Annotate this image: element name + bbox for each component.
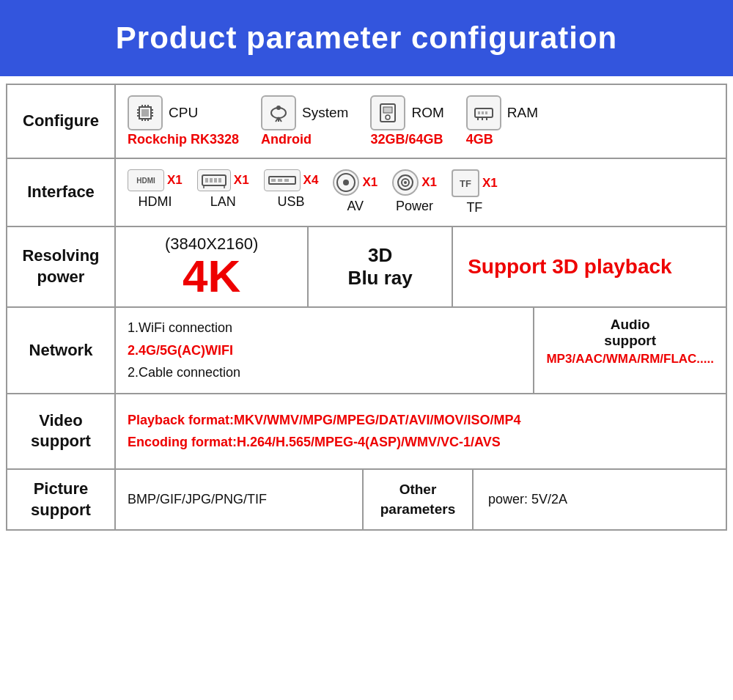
svg-rect-30 xyxy=(205,178,208,183)
svg-point-44 xyxy=(404,181,407,184)
svg-point-15 xyxy=(276,106,281,110)
resolving-4k-cell: (3840X2160) 4K xyxy=(116,227,309,306)
svg-rect-20 xyxy=(383,107,392,113)
svg-point-41 xyxy=(343,180,349,185)
wifi-line1: 1.WiFi connection xyxy=(128,320,232,335)
resolving-label: Resolving power xyxy=(7,227,116,306)
svg-rect-25 xyxy=(485,111,487,114)
encoding-value: H.264/H.565/MPEG-4(ASP)/WMV/VC-1/AVS xyxy=(237,435,501,449)
other-params-label: Other parameters xyxy=(364,470,474,529)
spec-table: Configure xyxy=(6,84,727,531)
av-count: X1 xyxy=(362,175,377,190)
rom-value: 32GB/64GB xyxy=(370,132,443,147)
lan-count: X1 xyxy=(234,173,249,188)
hdmi-count: X1 xyxy=(167,173,183,188)
cpu-value: Rockchip RK3328 xyxy=(128,132,239,147)
svg-rect-24 xyxy=(482,111,484,114)
4k-text: 4K xyxy=(183,254,240,299)
config-ram: RAM 4GB xyxy=(466,95,538,147)
usb-count: X4 xyxy=(303,173,319,188)
av-icon xyxy=(333,169,359,196)
configure-row: Configure xyxy=(7,85,726,159)
configure-content: CPU Rockchip RK3328 xyxy=(116,85,726,158)
svg-rect-32 xyxy=(214,178,217,183)
tf-icon: TF xyxy=(452,169,479,197)
system-label: System xyxy=(302,105,348,121)
picture-row: Picture support BMP/GIF/JPG/PNG/TIF Othe… xyxy=(7,470,726,529)
resolving-bluray-cell: 3D Blu ray xyxy=(309,227,453,306)
config-cpu: CPU Rockchip RK3328 xyxy=(128,95,239,147)
iface-tf: TF X1 TF xyxy=(452,169,498,215)
ram-icon xyxy=(466,95,501,130)
rom-icon xyxy=(370,95,405,130)
ram-value: 4GB xyxy=(466,132,493,147)
support-3d-text: Support 3D playback xyxy=(453,227,726,306)
interface-row: Interface HDMI X1 HDMI xyxy=(7,159,726,227)
tf-label: TF xyxy=(466,200,482,215)
playback-prefix: Playback format: xyxy=(128,413,234,427)
network-left: 1.WiFi connection 2.4G/5G(AC)WIFI 2.Cabl… xyxy=(116,308,534,393)
iface-usb: X4 USB xyxy=(264,169,319,210)
iface-av: X1 AV xyxy=(333,169,377,214)
cpu-icon xyxy=(128,95,163,130)
picture-label: Picture support xyxy=(7,470,116,529)
usb-icon xyxy=(264,169,301,191)
hdmi-label: HDMI xyxy=(138,194,172,210)
power-count: X1 xyxy=(421,175,437,190)
svg-rect-23 xyxy=(478,111,480,114)
lan-icon xyxy=(197,169,231,191)
encoding-line: Encoding format:H.264/H.565/MPEG-4(ASP)/… xyxy=(128,431,714,454)
audio-value: MP3/AAC/WMA/RM/FLAC..... xyxy=(546,352,714,366)
cpu-label: CPU xyxy=(169,105,198,121)
playback-value: MKV/WMV/MPG/MPEG/DAT/AVI/MOV/ISO/MP4 xyxy=(234,413,520,427)
network-row: Network 1.WiFi connection 2.4G/5G(AC)WIF… xyxy=(7,308,726,394)
picture-formats: BMP/GIF/JPG/PNG/TIF xyxy=(116,470,364,529)
system-value: Android xyxy=(261,132,312,147)
video-content: Playback format:MKV/WMV/MPG/MPEG/DAT/AVI… xyxy=(116,394,726,468)
resolving-row: Resolving power (3840X2160) 4K 3D Blu ra… xyxy=(7,227,726,308)
iface-hdmi: HDMI X1 HDMI xyxy=(128,169,183,210)
iface-lan: X1 LAN xyxy=(197,169,249,210)
video-row: Video support Playback format:MKV/WMV/MP… xyxy=(7,394,726,470)
encoding-prefix: Encoding format: xyxy=(128,435,237,449)
resolving-content: (3840X2160) 4K 3D Blu ray Support 3D pla… xyxy=(116,227,726,306)
config-system: System Android xyxy=(261,95,348,147)
audio-label: Audio support xyxy=(604,317,656,349)
network-content: 1.WiFi connection 2.4G/5G(AC)WIFI 2.Cabl… xyxy=(116,308,726,393)
network-label: Network xyxy=(7,308,116,393)
bluray-text: 3D Blu ray xyxy=(348,244,413,290)
power-value: power: 5V/2A xyxy=(474,470,726,529)
hdmi-icon: HDMI xyxy=(128,169,164,191)
cable-line: 2.Cable connection xyxy=(128,365,240,380)
svg-rect-33 xyxy=(218,178,221,183)
playback-line: Playback format:MKV/WMV/MPG/MPEG/DAT/AVI… xyxy=(128,409,714,432)
configure-label: Configure xyxy=(7,85,116,158)
interface-content: HDMI X1 HDMI xyxy=(116,159,726,226)
rom-label: ROM xyxy=(411,105,443,121)
power-icon xyxy=(392,169,419,196)
svg-rect-31 xyxy=(210,178,213,183)
usb-label: USB xyxy=(277,194,304,210)
power-label: Power xyxy=(396,199,433,214)
lan-label: LAN xyxy=(210,194,236,210)
config-rom: ROM 32GB/64GB xyxy=(370,95,443,147)
svg-rect-39 xyxy=(284,179,289,182)
network-right: Audio support MP3/AAC/WMA/RM/FLAC..... xyxy=(534,308,726,393)
page-title: Product parameter configuration xyxy=(0,0,733,76)
video-label: Video support xyxy=(7,394,116,468)
ram-label: RAM xyxy=(507,105,538,121)
svg-rect-38 xyxy=(278,179,282,182)
iface-power: X1 Power xyxy=(392,169,437,214)
tf-count: X1 xyxy=(482,176,498,191)
svg-rect-37 xyxy=(271,179,276,182)
svg-point-21 xyxy=(386,115,390,119)
av-label: AV xyxy=(347,199,364,214)
system-icon xyxy=(261,95,296,130)
picture-content: BMP/GIF/JPG/PNG/TIF Other parameters pow… xyxy=(116,470,726,529)
svg-rect-1 xyxy=(141,109,149,117)
wifi-highlight: 2.4G/5G(AC)WIFI xyxy=(128,343,233,358)
interface-label: Interface xyxy=(7,159,116,226)
